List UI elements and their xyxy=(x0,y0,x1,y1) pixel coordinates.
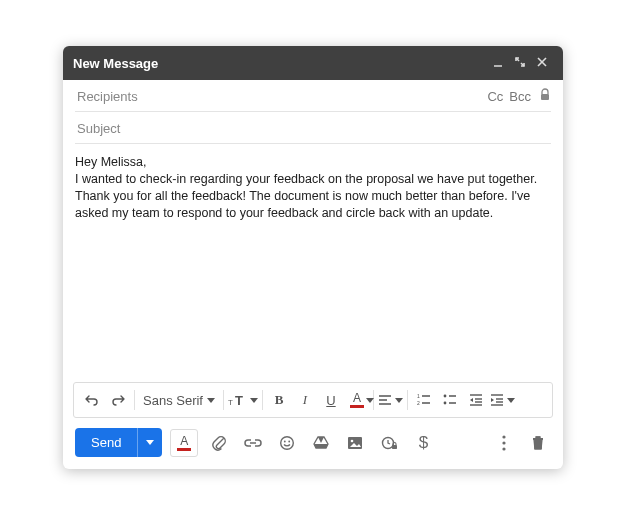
bottom-toolbar: Send A $ xyxy=(63,418,563,469)
svg-point-29 xyxy=(289,440,291,442)
bulleted-list-button[interactable] xyxy=(438,387,462,413)
trash-icon xyxy=(531,435,545,451)
svg-rect-40 xyxy=(533,438,543,440)
italic-button[interactable]: I xyxy=(293,387,317,413)
svg-point-28 xyxy=(284,440,286,442)
paperclip-icon xyxy=(211,434,227,452)
minimize-icon xyxy=(492,56,504,68)
text-color-a-icon: A xyxy=(353,392,361,404)
chevron-down-icon xyxy=(507,398,515,403)
insert-emoji-button[interactable] xyxy=(274,430,300,456)
window-title: New Message xyxy=(73,56,158,71)
redo-icon xyxy=(110,393,126,407)
formatting-options-button[interactable]: A xyxy=(170,429,198,457)
insert-drive-button[interactable] xyxy=(308,430,334,456)
formatting-toolbar: Sans Serif TT B I U A 12 xyxy=(73,382,553,418)
chevron-down-icon xyxy=(207,398,215,403)
numbered-list-icon: 12 xyxy=(417,394,431,406)
font-family-select[interactable]: Sans Serif xyxy=(139,387,219,413)
svg-point-38 xyxy=(502,447,505,450)
recipients-row: Cc Bcc xyxy=(63,80,563,111)
svg-point-33 xyxy=(351,439,354,442)
redo-button[interactable] xyxy=(106,387,130,413)
indent-more-button[interactable] xyxy=(490,387,515,413)
text-color-swatch xyxy=(350,405,364,408)
insert-photo-button[interactable] xyxy=(342,430,368,456)
bulleted-list-icon xyxy=(443,394,457,406)
svg-text:2: 2 xyxy=(417,400,420,406)
numbered-list-button[interactable]: 12 xyxy=(412,387,436,413)
bold-button[interactable]: B xyxy=(267,387,291,413)
close-icon xyxy=(536,56,548,68)
svg-rect-41 xyxy=(536,436,540,438)
svg-text:T: T xyxy=(228,398,233,407)
font-size-button[interactable]: TT xyxy=(228,387,258,413)
underline-button[interactable]: U xyxy=(319,387,343,413)
minimize-button[interactable] xyxy=(487,55,509,71)
send-label: Send xyxy=(91,435,121,450)
send-options-button[interactable] xyxy=(137,428,162,457)
cc-button[interactable]: Cc xyxy=(487,89,503,104)
align-icon xyxy=(378,394,392,406)
indent-more-icon xyxy=(490,394,504,406)
svg-text:1: 1 xyxy=(417,394,420,399)
compose-window: New Message Cc Bcc Hey Melissa, I wanted… xyxy=(63,46,563,469)
image-icon xyxy=(347,436,363,450)
subject-input[interactable] xyxy=(75,120,551,137)
font-size-icon: TT xyxy=(228,393,248,407)
bcc-button[interactable]: Bcc xyxy=(509,89,531,104)
svg-rect-5 xyxy=(541,94,549,100)
formatting-a-icon: A xyxy=(177,435,191,451)
text-color-button[interactable]: A xyxy=(345,387,369,413)
more-options-button[interactable] xyxy=(491,430,517,456)
lock-icon xyxy=(539,88,551,105)
chevron-down-icon xyxy=(366,398,374,403)
insert-link-button[interactable] xyxy=(240,430,266,456)
message-body[interactable]: Hey Melissa, I wanted to check-in regard… xyxy=(63,144,563,376)
chevron-down-icon xyxy=(395,398,403,403)
discard-draft-button[interactable] xyxy=(525,430,551,456)
svg-point-27 xyxy=(281,436,294,449)
clock-lock-icon xyxy=(381,435,398,451)
expand-icon xyxy=(514,56,526,68)
svg-point-16 xyxy=(444,402,447,405)
chevron-down-icon xyxy=(250,398,258,403)
emoji-icon xyxy=(279,435,295,451)
svg-marker-31 xyxy=(314,444,328,448)
more-vertical-icon xyxy=(502,435,506,451)
svg-point-36 xyxy=(502,435,505,438)
send-button-group: Send xyxy=(75,428,162,457)
send-button[interactable]: Send xyxy=(75,428,137,457)
undo-icon xyxy=(84,393,100,407)
insert-money-button[interactable]: $ xyxy=(410,430,436,456)
attach-button[interactable] xyxy=(206,430,232,456)
chevron-down-icon xyxy=(146,440,154,445)
svg-point-15 xyxy=(444,395,447,398)
close-button[interactable] xyxy=(531,55,553,71)
svg-rect-32 xyxy=(348,437,362,449)
svg-text:T: T xyxy=(235,393,243,407)
titlebar: New Message xyxy=(63,46,563,80)
undo-button[interactable] xyxy=(80,387,104,413)
subject-row xyxy=(63,112,563,143)
font-family-label: Sans Serif xyxy=(143,393,203,408)
indent-less-button[interactable] xyxy=(464,387,488,413)
drive-icon xyxy=(313,436,329,450)
indent-less-icon xyxy=(469,394,483,406)
align-button[interactable] xyxy=(378,387,403,413)
fullscreen-button[interactable] xyxy=(509,55,531,71)
recipients-input[interactable] xyxy=(75,88,481,105)
svg-rect-39 xyxy=(534,439,542,449)
confidential-mode-button[interactable] xyxy=(376,430,402,456)
svg-rect-35 xyxy=(392,445,397,449)
link-icon xyxy=(244,438,262,448)
svg-point-37 xyxy=(502,441,505,444)
